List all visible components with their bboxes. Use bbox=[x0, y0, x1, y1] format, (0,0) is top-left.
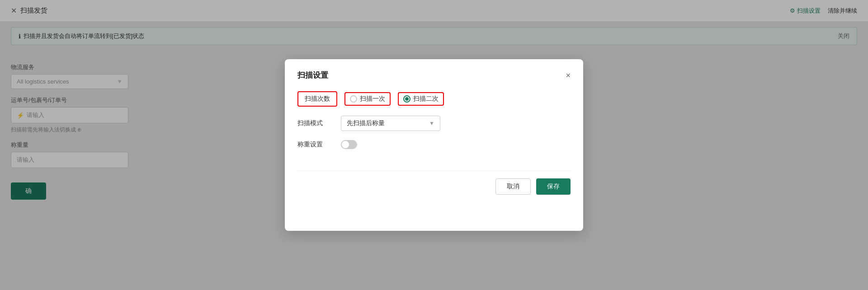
weight-setting-row: 称重设置 bbox=[297, 140, 571, 149]
modal-footer: 取消 保存 bbox=[297, 171, 571, 195]
save-button[interactable]: 保存 bbox=[536, 178, 571, 195]
modal-header: 扫描设置 × bbox=[297, 70, 571, 80]
scan-mode-select[interactable]: 先扫描后称量 ▼ bbox=[341, 116, 440, 131]
scan-mode-value: 先扫描后称量 bbox=[347, 119, 385, 127]
scan-count-label: 扫描次数 bbox=[305, 95, 330, 102]
scan-mode-row: 扫描模式 先扫描后称量 ▼ bbox=[297, 116, 571, 131]
scan-once-radio[interactable] bbox=[350, 95, 357, 103]
scan-once-label: 扫描一次 bbox=[360, 95, 385, 103]
scan-count-row: 扫描次数 扫描一次 扫描二次 bbox=[297, 91, 571, 107]
modal-title: 扫描设置 bbox=[297, 70, 328, 80]
scan-mode-label: 扫描模式 bbox=[297, 119, 334, 127]
weight-setting-label: 称重设置 bbox=[297, 140, 334, 149]
scan-twice-label: 扫描二次 bbox=[413, 95, 439, 103]
scan-count-label-box: 扫描次数 bbox=[297, 91, 337, 107]
weight-toggle[interactable] bbox=[341, 140, 357, 149]
scan-twice-radio[interactable] bbox=[403, 95, 410, 103]
cancel-button[interactable]: 取消 bbox=[495, 178, 531, 195]
modal-close-button[interactable]: × bbox=[566, 71, 571, 80]
scan-settings-modal: 扫描设置 × 扫描次数 扫描一次 扫描二次 扫描模式 先扫描后称量 ▼ 称重设置… bbox=[285, 59, 583, 231]
dropdown-chevron-icon: ▼ bbox=[429, 120, 434, 126]
scan-twice-option[interactable]: 扫描二次 bbox=[398, 92, 444, 106]
scan-once-option[interactable]: 扫描一次 bbox=[344, 92, 391, 106]
